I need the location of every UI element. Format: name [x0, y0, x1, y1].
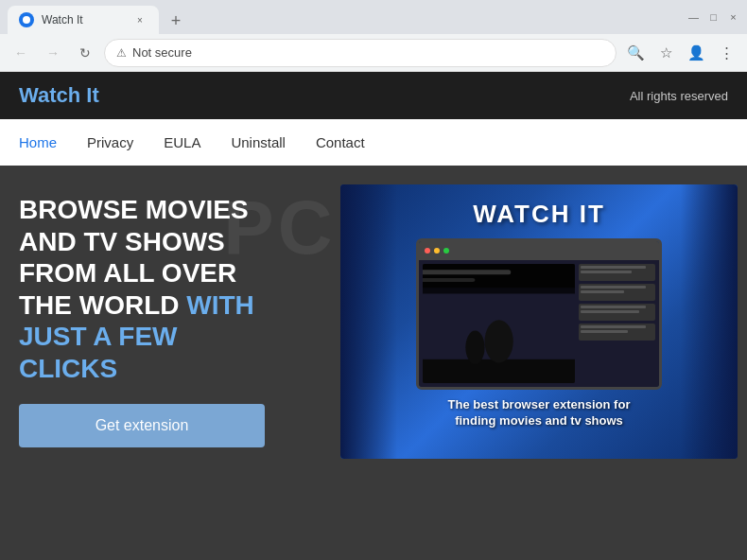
promo-inner: WATCH IT: [340, 184, 738, 459]
promo-sidebar-item-2: [579, 284, 655, 301]
promo-sidebar-item-3: [579, 304, 655, 321]
tab-close-button[interactable]: ×: [132, 12, 148, 27]
hero-text: BROWSE MOVIESAND TV SHOWSFROM ALL OVERTH…: [19, 194, 321, 385]
dot-yellow: [434, 248, 440, 254]
svg-point-0: [23, 16, 30, 24]
browser-window: Watch It × + — □ × ← → ↻ ⚠ Not secure 🔍 …: [0, 0, 747, 72]
promo-sidebar-area: [579, 264, 655, 383]
website-content: Watch It All rights reserved Home Privac…: [0, 72, 747, 560]
account-icon[interactable]: 👤: [683, 40, 709, 66]
svg-rect-6: [423, 270, 511, 274]
dot-red: [425, 248, 430, 254]
forward-button[interactable]: →: [40, 40, 66, 66]
promo-laptop-topbar: [419, 241, 659, 260]
promo-movie-scene: [423, 264, 575, 383]
nav-contact[interactable]: Contact: [301, 131, 380, 154]
maximize-button[interactable]: □: [707, 11, 720, 24]
not-secure-icon: ⚠: [116, 46, 127, 60]
site-main: PCRI5K BROWSE MOVIESAND TV SHOWSFROM ALL…: [0, 175, 747, 459]
promo-image: WATCH IT: [340, 184, 738, 459]
sidebar-line: [581, 325, 646, 328]
promo-section: WATCH IT: [340, 175, 738, 459]
get-extension-button[interactable]: Get extension: [19, 404, 265, 447]
site-tagline: All rights reserved: [630, 89, 728, 103]
sidebar-line: [581, 286, 646, 289]
promo-main-area: [423, 264, 575, 383]
promo-sidebar-item-4: [579, 324, 655, 341]
promo-laptop-content: [419, 260, 659, 387]
toolbar-icons: 🔍 ☆ 👤 ⋮: [622, 40, 739, 66]
site-logo[interactable]: Watch It: [19, 83, 99, 108]
promo-subtitle: The best browser extension forfinding mo…: [448, 397, 631, 429]
promo-title: WATCH IT: [473, 200, 605, 229]
svg-rect-7: [423, 278, 475, 282]
search-icon[interactable]: 🔍: [622, 40, 649, 66]
sidebar-line: [581, 310, 638, 313]
active-tab[interactable]: Watch It ×: [8, 6, 159, 34]
not-secure-label: Not secure: [132, 45, 192, 60]
sidebar-line: [581, 290, 624, 293]
hero-section: BROWSE MOVIESAND TV SHOWSFROM ALL OVERTH…: [19, 175, 321, 459]
tab-area: Watch It × +: [8, 0, 189, 34]
nav-eula[interactable]: EULA: [148, 131, 216, 154]
reload-button[interactable]: ↻: [72, 40, 98, 66]
promo-sidebar-item-1: [579, 264, 655, 281]
minimize-button[interactable]: —: [687, 11, 700, 24]
nav-home[interactable]: Home: [19, 131, 72, 154]
promo-laptop-screen: [419, 241, 659, 387]
new-tab-button[interactable]: +: [163, 8, 189, 34]
nav-uninstall[interactable]: Uninstall: [216, 131, 301, 154]
title-bar: Watch It × + — □ ×: [0, 0, 747, 34]
close-window-button[interactable]: ×: [727, 11, 739, 24]
nav-privacy[interactable]: Privacy: [72, 131, 148, 154]
sidebar-line: [581, 330, 628, 333]
sidebar-line: [581, 266, 646, 269]
dot-green: [443, 248, 449, 254]
tab-favicon: [19, 12, 34, 27]
svg-point-4: [465, 331, 484, 364]
window-controls: — □ ×: [687, 11, 739, 24]
site-navigation: Home Privacy EULA Uninstall Contact: [0, 119, 747, 166]
url-bar[interactable]: ⚠ Not secure: [104, 39, 617, 67]
sidebar-line: [581, 271, 632, 273]
svg-point-3: [485, 320, 513, 362]
bookmark-icon[interactable]: ☆: [652, 40, 679, 66]
tab-title: Watch It: [42, 13, 125, 26]
site-header: Watch It All rights reserved: [0, 72, 747, 119]
promo-laptop: [416, 238, 662, 390]
menu-icon[interactable]: ⋮: [713, 40, 739, 66]
sidebar-line: [581, 306, 646, 308]
address-bar: ← → ↻ ⚠ Not secure 🔍 ☆ 👤 ⋮: [0, 34, 747, 72]
back-button[interactable]: ←: [8, 40, 34, 66]
